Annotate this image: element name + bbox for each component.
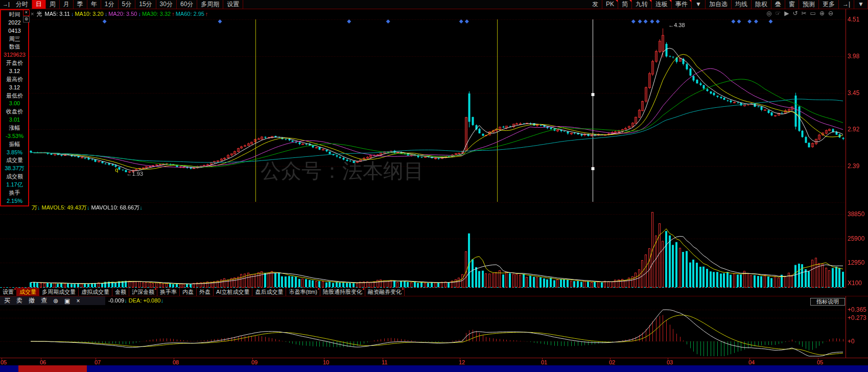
- toolbar-tab-周[interactable]: 周: [46, 0, 60, 9]
- toolbar-button-→|[interactable]: →|: [839, 0, 854, 9]
- toolbar-tab-季[interactable]: 季: [74, 0, 87, 9]
- trend-arrow-icon: ↑: [172, 11, 175, 17]
- toolbar-button-PK[interactable]: PK: [602, 0, 618, 9]
- tab-换手率[interactable]: 换手率: [157, 288, 180, 296]
- info-value: 1.17亿: [1, 181, 28, 189]
- new-dot-icon: [14, 288, 16, 290]
- toolbar-tab-年[interactable]: 年: [87, 0, 101, 9]
- bottom-scrollbar[interactable]: [0, 365, 868, 372]
- data-readout-panel: 时间20220413周三数值3129623开盘价3.12最高价3.12最低价3.…: [0, 9, 29, 206]
- time-axis: 05060708091011120102030405: [0, 358, 868, 366]
- toolbar-tab-15分[interactable]: 15分: [135, 0, 156, 9]
- toolbar-button-九转[interactable]: 九转: [632, 0, 652, 9]
- tab-外盘[interactable]: 外盘: [197, 288, 214, 296]
- cancel-order-button[interactable]: 撤: [29, 296, 35, 305]
- toolbar-button-简[interactable]: 简: [618, 0, 632, 9]
- info-value: 2.15%: [1, 197, 28, 205]
- toolbar-button-窗[interactable]: 窗: [785, 0, 799, 9]
- month-label: 10: [323, 359, 329, 365]
- toolbar-button-除权[interactable]: 除权: [752, 0, 771, 9]
- tab-市盈率(ttm)[interactable]: 市盈率(ttm): [286, 288, 320, 296]
- tab-AI立桩成交量[interactable]: AI立桩成交量: [214, 288, 252, 296]
- overlay-delete-icon[interactable]: ×: [31, 11, 34, 17]
- toolbar-tab-月[interactable]: 月: [60, 0, 74, 9]
- info-value: 周三: [1, 35, 28, 43]
- tab-沪深金额[interactable]: 沪深金额: [129, 288, 157, 296]
- gear-icon[interactable]: ⊛: [53, 297, 58, 305]
- hand-icon[interactable]: ☞: [775, 10, 781, 17]
- month-label: 02: [609, 359, 615, 365]
- panel-close-icon[interactable]: ×: [23, 10, 30, 16]
- window-icon[interactable]: ▣: [64, 297, 70, 305]
- target-icon[interactable]: ◎: [766, 10, 771, 17]
- sell-button[interactable]: 卖: [16, 296, 22, 305]
- info-value: 3.85%: [1, 149, 28, 156]
- tab-陆股通持股变化[interactable]: 陆股通持股变化: [320, 288, 365, 296]
- month-label: 08: [173, 359, 179, 365]
- zoom-out-icon[interactable]: ⊖: [828, 10, 833, 17]
- macd-legend: -0.009↓ DEA: +0.080↓: [108, 297, 163, 304]
- tab-成交量[interactable]: 成交量: [17, 288, 39, 296]
- scrollbar-thumb[interactable]: [18, 365, 87, 372]
- info-label: 涨幅: [1, 124, 28, 132]
- info-value: 3.12: [1, 67, 28, 75]
- toolbar-button-叠[interactable]: 叠: [771, 0, 785, 9]
- collapse-left-icon[interactable]: →|: [0, 0, 12, 9]
- toolbar-button-连板[interactable]: 连板: [652, 0, 672, 9]
- toolbar-button-预测[interactable]: 预测: [799, 0, 819, 9]
- volume-legend: 万↓ MAVOL5: 49.43万↓ MAVOL10: 68.66万↓: [32, 204, 143, 212]
- indicator-help-button[interactable]: 指标说明: [810, 298, 845, 306]
- toolbar-button-▼[interactable]: ▼: [692, 0, 706, 9]
- trend-arrow-icon: ↓: [105, 11, 108, 17]
- trend-arrow-icon: ↑: [205, 11, 208, 17]
- trend-arrow-icon: ↓: [71, 11, 74, 17]
- play-icon[interactable]: ▶: [784, 10, 789, 17]
- toolbar-button-加自选[interactable]: 加自选: [706, 0, 732, 9]
- box-icon[interactable]: ▭: [810, 10, 816, 17]
- toolbar-tab-多周期[interactable]: 多周期: [197, 0, 223, 9]
- month-label: 03: [667, 359, 673, 365]
- tab-盘后成交量[interactable]: 盘后成交量: [252, 288, 286, 296]
- toolbar-tab-设置[interactable]: 设置: [223, 0, 243, 9]
- toolbar-tab-分时[interactable]: 分时: [12, 0, 32, 9]
- info-label: 振幅: [1, 141, 28, 148]
- tab-设置[interactable]: 设置: [0, 288, 17, 296]
- toolbar-tab-1分[interactable]: 1分: [101, 0, 119, 9]
- buy-button[interactable]: 买: [4, 296, 10, 305]
- toolbar-button-发[interactable]: 发: [589, 0, 602, 9]
- toolbar-button-▼[interactable]: ▼: [854, 0, 868, 9]
- close-icon[interactable]: ×: [76, 297, 80, 305]
- info-value: 3.00: [1, 100, 28, 107]
- zoom-in-icon[interactable]: ⊕: [819, 10, 825, 17]
- undo-icon[interactable]: ↺: [792, 10, 797, 17]
- price-chart-canvas[interactable]: [0, 9, 868, 202]
- toolbar-button-均线[interactable]: 均线: [732, 0, 752, 9]
- tab-金额[interactable]: 金额: [112, 288, 129, 296]
- toolbar-right-buttons: 发PK简九转连板事件▼加自选均线除权叠窗预测更多→|▼: [589, 0, 868, 9]
- toolbar-tab-日[interactable]: 日: [32, 0, 46, 9]
- query-button[interactable]: 查: [41, 296, 47, 305]
- scissors-icon[interactable]: ✂: [802, 10, 807, 17]
- toolbar-button-事件[interactable]: 事件: [672, 0, 692, 9]
- volume-chart-canvas[interactable]: [0, 202, 868, 288]
- tab-多周期成交量[interactable]: 多周期成交量: [39, 288, 79, 296]
- panel-gear-icon[interactable]: ⊛: [23, 16, 30, 22]
- month-label: 06: [40, 359, 46, 365]
- tab-内盘[interactable]: 内盘: [180, 288, 197, 296]
- info-label: 最高价: [1, 76, 28, 83]
- toolbar-tab-30分[interactable]: 30分: [156, 0, 177, 9]
- new-dot-icon: [155, 288, 156, 290]
- info-value: 3129623: [1, 51, 28, 59]
- toolbar-tab-60分[interactable]: 60分: [177, 0, 197, 9]
- badge-icon: [689, 0, 691, 2]
- macd-chart-canvas[interactable]: [0, 296, 868, 358]
- toolbar-tab-5分[interactable]: 5分: [119, 0, 136, 9]
- tab-融资融券变化[interactable]: 融资融券变化: [365, 288, 405, 296]
- toolbar-button-更多[interactable]: 更多: [819, 0, 839, 9]
- month-label: 04: [748, 359, 755, 365]
- badge-icon: [669, 0, 671, 2]
- month-label: 12: [459, 359, 465, 365]
- month-label: 05: [1, 359, 7, 365]
- tab-虚拟成交量[interactable]: 虚拟成交量: [79, 288, 112, 296]
- info-value: 38.37万: [1, 165, 28, 172]
